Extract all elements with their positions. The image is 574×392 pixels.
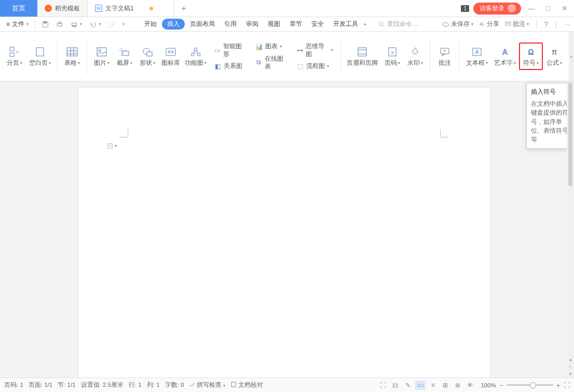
view-page-button[interactable]: ▭ [415, 381, 426, 390]
close-button[interactable]: ✕ [558, 4, 571, 12]
svg-line-31 [197, 50, 197, 53]
chart-button[interactable]: 📊图表▾ [254, 41, 289, 52]
cloud-unsaved-button[interactable]: 未保存▾ [442, 20, 473, 29]
minimize-button[interactable]: — [525, 4, 538, 12]
guest-login-button[interactable]: 访客登录 [473, 3, 521, 15]
page-break-button[interactable]: 分页▾ [3, 44, 26, 69]
relation-chart-button[interactable]: ◧关系图 [212, 61, 248, 72]
zoom-fit-button[interactable]: ⛶ [564, 382, 570, 389]
svg-point-25 [168, 51, 170, 53]
menu-tab-pagelayout[interactable]: 页面布局 [186, 18, 219, 30]
status-section[interactable]: 节: 1/1 [58, 381, 75, 389]
tab-templates[interactable]: ᐧ 稻壳模板 [37, 0, 88, 17]
online-chart-button[interactable]: ⧉在线图表 [254, 54, 289, 72]
overflow-button[interactable]: ⋮ [553, 21, 559, 28]
nav-next-icon[interactable]: ▾ [569, 371, 572, 376]
nav-prev-icon[interactable]: ▴ [569, 357, 572, 362]
vertical-scrollbar[interactable]: ▴ ○ ▾ [567, 81, 574, 377]
textbox-button[interactable]: A文本框▾ [463, 44, 491, 69]
shape-button[interactable]: 形状▾ [136, 44, 159, 69]
tab-new-button[interactable]: ＋ [174, 0, 193, 17]
status-docproof[interactable]: 文档校对 [230, 381, 263, 389]
command-search[interactable]: 查找命令... [374, 20, 421, 29]
help-button[interactable]: ? [544, 20, 548, 29]
menu-tab-references[interactable]: 引用 [220, 18, 241, 30]
view-reading-button[interactable]: ⫿⫿ [390, 381, 401, 390]
status-chars[interactable]: 字数: 0 [165, 381, 184, 389]
svg-text:A: A [502, 48, 508, 56]
menu-tab-security[interactable]: 安全 [307, 18, 328, 30]
maximize-button[interactable]: □ [542, 4, 554, 12]
tab-document[interactable]: W 文字文稿1 [88, 0, 174, 17]
qat-save-button[interactable] [38, 19, 52, 30]
status-row[interactable]: 行: 1 [129, 381, 142, 389]
notification-badge[interactable]: 1 [461, 5, 469, 12]
document-page[interactable]: ▾ [78, 88, 490, 377]
blank-page-button[interactable]: 空白页▾ [26, 44, 54, 69]
document-workspace: ▾ [0, 81, 574, 377]
comment-button[interactable]: ✦批注 [433, 44, 456, 69]
view-eye-button[interactable]: 👁 [465, 381, 475, 390]
wordart-button[interactable]: A艺术字▾ [491, 44, 519, 69]
header-footer-button[interactable]: 页眉和页脚 [344, 44, 381, 69]
qat-more-button[interactable]: ▾ [119, 20, 128, 28]
qat-redo-button[interactable] [105, 19, 118, 30]
smartart-button[interactable]: ▭智能图形 [212, 41, 248, 59]
svg-text:✦: ✦ [443, 48, 447, 53]
chevron-down-icon: ▾ [115, 144, 117, 148]
qat-print-button[interactable]: ▾ [67, 19, 85, 30]
view-edit-button[interactable]: ✎ [403, 381, 413, 390]
share-button[interactable]: 分享 [479, 20, 499, 29]
file-menu-button[interactable]: ≡ 文件 ▾ [3, 18, 32, 30]
status-set-value[interactable]: 设置值: 2.5厘米 [81, 381, 124, 389]
status-page-number[interactable]: 页码: 1 [4, 381, 23, 389]
status-col[interactable]: 列: 1 [147, 381, 160, 389]
symbol-button[interactable]: Ω符号▾ [519, 43, 543, 70]
menu-tab-view[interactable]: 视图 [264, 18, 284, 30]
func-graph-button[interactable]: 功能图▾ [183, 44, 209, 69]
menu-tab-devtools[interactable]: 开发工具 [329, 18, 362, 30]
status-page-of[interactable]: 页面: 1/1 [29, 381, 52, 389]
view-web-button[interactable]: ⊞ [440, 381, 450, 390]
cloud-icon [442, 21, 449, 28]
watermark-button[interactable]: 水印▾ [404, 44, 427, 69]
zoom-slider[interactable] [507, 384, 553, 386]
collapse-ribbon-button[interactable]: ︿ [565, 20, 571, 29]
tabs-more-icon[interactable]: ▸ [364, 22, 366, 26]
page-number-button[interactable]: #页码▾ [381, 44, 404, 69]
status-spellcheck[interactable]: 拼写检查▾ [189, 381, 225, 389]
screenshot-button[interactable]: 截屏▾ [113, 44, 136, 69]
svg-rect-1 [44, 21, 46, 23]
view-outline-button[interactable]: ≡ [428, 381, 438, 390]
qat-undo-button[interactable]: ▾ [86, 19, 104, 30]
zoom-in-button[interactable]: + [556, 381, 561, 389]
login-label: 访客登录 [480, 4, 504, 13]
view-fullscreen-button[interactable]: ⛶ [378, 381, 388, 390]
iconlib-button[interactable]: 图标库 [159, 44, 183, 69]
scrollbar-thumb[interactable] [568, 82, 572, 186]
unsaved-dot-icon [149, 7, 153, 10]
qat-print-preview-button[interactable] [53, 19, 66, 30]
image-button[interactable]: 图片▾ [90, 44, 113, 69]
flowchart-button[interactable]: ⬚流程图▾ [295, 61, 334, 72]
table-button[interactable]: 表格▾ [61, 44, 84, 69]
zoom-out-button[interactable]: − [499, 381, 503, 389]
nav-select-icon[interactable]: ○ [569, 364, 571, 369]
view-globe-button[interactable]: ⊕ [453, 381, 463, 390]
margin-corner-tr [440, 129, 448, 137]
search-placeholder: 查找命令... [387, 20, 417, 29]
menu-tab-sections[interactable]: 章节 [285, 18, 306, 30]
annotate-menu-button[interactable]: 批注▾ [504, 20, 529, 29]
tab-templates-label: 稻壳模板 [55, 4, 80, 13]
mindmap-button[interactable]: ⊶思维导图▾ [295, 41, 334, 59]
zoom-value[interactable]: 100% [481, 382, 496, 388]
paste-options-button[interactable]: ▾ [106, 142, 117, 149]
ribbon-scroll-right[interactable]: ▸ [569, 32, 574, 81]
tab-home[interactable]: 首页 [0, 0, 37, 17]
menu-tab-insert[interactable]: 插入 [162, 19, 185, 30]
flowchart-icon: ⬚ [296, 62, 304, 71]
svg-rect-47 [231, 382, 236, 387]
equation-button[interactable]: π公式▾ [543, 44, 566, 69]
menu-tab-review[interactable]: 审阅 [242, 18, 263, 30]
menu-tab-start[interactable]: 开始 [140, 18, 161, 30]
